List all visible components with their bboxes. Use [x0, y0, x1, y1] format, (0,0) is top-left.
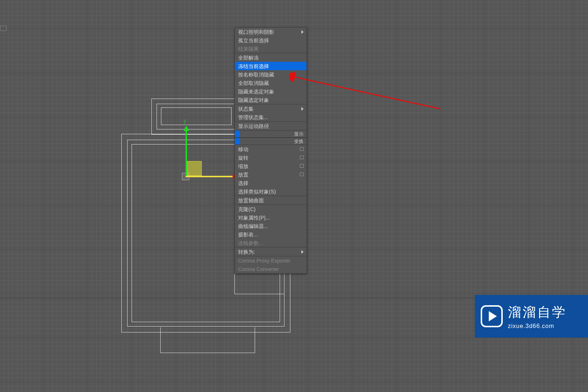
menu-item[interactable]: 选择类似对象(S): [235, 187, 306, 196]
menu-item[interactable]: 摄影表...: [235, 230, 306, 239]
menu-item[interactable]: 转换为:: [235, 247, 306, 256]
menu-item[interactable]: 按名称取消隐藏: [235, 70, 306, 79]
menu-item[interactable]: 选择: [235, 179, 306, 187]
menu-item[interactable]: 状态集: [235, 104, 306, 113]
menu-item[interactable]: 全部取消隐藏: [235, 79, 306, 87]
gizmo-x-axis[interactable]: [186, 176, 233, 177]
menu-item[interactable]: 放置轴曲面: [235, 196, 306, 204]
menu-header-tab-icon: [235, 138, 240, 145]
menu-item[interactable]: 隐藏选定对象: [235, 96, 306, 104]
menu-item-check-icon: [300, 172, 304, 176]
menu-item-check-icon: [300, 147, 304, 151]
watermark-title: 溜溜自学: [508, 303, 567, 321]
menu-item[interactable]: 旋转: [235, 153, 306, 162]
menu-item: Corona Converter: [235, 265, 306, 273]
menu-item[interactable]: 缩放: [235, 162, 306, 170]
viewport-edge-marker: [0, 26, 7, 31]
viewport-context-menu: 视口照明和阴影孤立当前选择结束隔离全部解冻冻结当前选择按名称取消隐藏全部取消隐藏…: [234, 27, 307, 274]
menu-item[interactable]: 视口照明和阴影: [235, 28, 306, 36]
menu-item[interactable]: 放置: [235, 170, 306, 179]
menu-item[interactable]: 克隆(C): [235, 205, 306, 213]
menu-section-header: 变换: [235, 138, 306, 145]
menu-item-check-icon: [300, 156, 304, 159]
menu-header-label: 显示: [294, 131, 304, 138]
menu-item[interactable]: 对象属性(P)...: [235, 213, 306, 222]
menu-section-header: 显示: [235, 130, 306, 138]
menu-item[interactable]: 曲线编辑器...: [235, 222, 306, 230]
watermark-badge: 溜溜自学 zixue.3d66.com: [475, 295, 588, 338]
gizmo-y-axis[interactable]: [186, 126, 187, 177]
wireframe-ext-bottom: [160, 327, 255, 353]
menu-item-check-icon: [300, 164, 304, 168]
watermark-sub: zixue.3d66.com: [508, 323, 567, 329]
menu-item[interactable]: 孤立当前选择: [235, 36, 306, 44]
wireframe-top-notch-3: [161, 107, 232, 125]
menu-item[interactable]: 隐藏未选定对象: [235, 87, 306, 96]
gizmo-y-arrow-icon: [183, 126, 189, 131]
move-gizmo[interactable]: y: [186, 177, 186, 177]
menu-item[interactable]: 管理状态集...: [235, 113, 306, 121]
play-icon: [481, 305, 503, 327]
menu-header-tab-icon: [235, 131, 240, 137]
menu-item: 连线参数...: [235, 239, 306, 247]
menu-item: 结束隔离: [235, 44, 306, 53]
menu-header-label: 变换: [294, 138, 304, 145]
menu-item[interactable]: 移动: [235, 145, 306, 153]
menu-item[interactable]: 显示运动路径: [235, 122, 306, 130]
menu-item[interactable]: 全部解冻: [235, 53, 306, 62]
menu-item[interactable]: 冻结当前选择: [235, 62, 306, 70]
menu-item: Corona Proxy Exporter: [235, 256, 306, 265]
gizmo-y-label: y: [183, 118, 186, 124]
gizmo-xy-plane-icon[interactable]: [187, 161, 202, 176]
